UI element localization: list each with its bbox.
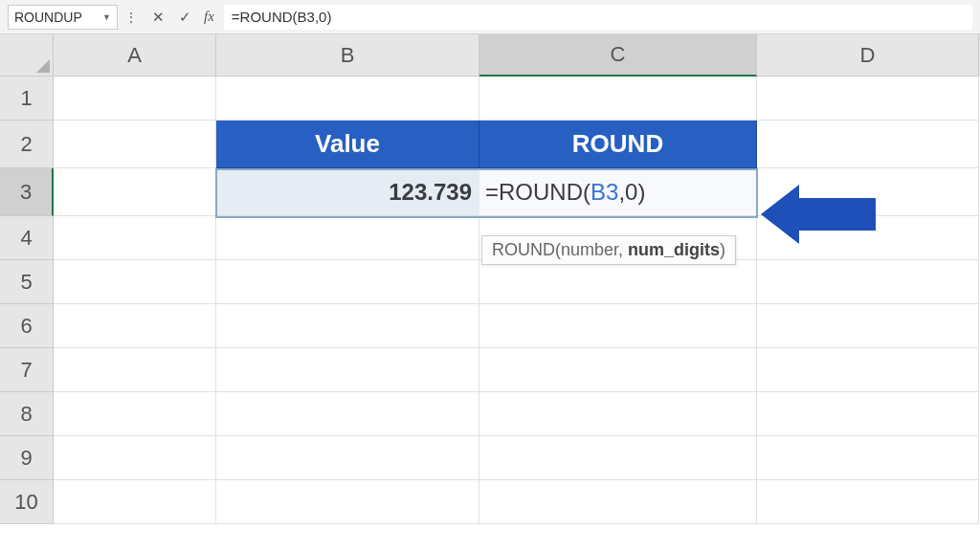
- cell-b4[interactable]: [216, 216, 479, 260]
- column-headers: A B C D: [0, 34, 980, 77]
- col-header-b[interactable]: B: [216, 34, 479, 77]
- row-9: 9: [0, 436, 980, 480]
- cell-a3[interactable]: [54, 168, 216, 216]
- col-header-a[interactable]: A: [54, 34, 216, 77]
- spreadsheet-grid: A B C D 1 2 Value ROUND 3 123.739 =ROUND…: [0, 34, 980, 524]
- row-5: 5: [0, 260, 980, 304]
- formula-tooltip: ROUND(number, num_digits): [481, 235, 736, 265]
- cell-c7[interactable]: [479, 348, 757, 392]
- cell-c10[interactable]: [479, 480, 757, 524]
- cell-c8[interactable]: [479, 392, 757, 436]
- cell-d2[interactable]: [757, 121, 979, 168]
- cell-d6[interactable]: [757, 304, 979, 348]
- row-header-8[interactable]: 8: [0, 392, 54, 436]
- formula-input[interactable]: =ROUND(B3,0): [224, 5, 972, 30]
- row-header-1[interactable]: 1: [0, 77, 54, 121]
- row-8: 8: [0, 392, 980, 436]
- cell-a4[interactable]: [54, 216, 216, 260]
- cell-a1[interactable]: [54, 77, 216, 121]
- row-header-9[interactable]: 9: [0, 436, 54, 480]
- cell-d5[interactable]: [757, 260, 979, 304]
- row-header-4[interactable]: 4: [0, 216, 54, 260]
- cell-c9[interactable]: [479, 436, 757, 480]
- cell-d1[interactable]: [757, 77, 979, 121]
- cell-d8[interactable]: [757, 392, 979, 436]
- row-header-3[interactable]: 3: [0, 168, 54, 216]
- name-box-expand[interactable]: ⋮: [118, 5, 145, 30]
- formula-cell-ref: B3: [590, 179, 618, 206]
- tooltip-arg2[interactable]: num_digits: [628, 240, 720, 259]
- cell-b6[interactable]: [216, 304, 479, 348]
- cell-c3[interactable]: =ROUND(B3,0): [479, 168, 757, 216]
- chevron-down-icon[interactable]: ▼: [102, 12, 111, 22]
- cell-d7[interactable]: [757, 348, 979, 392]
- formula-text-prefix: =ROUND(: [485, 179, 590, 206]
- row-2: 2 Value ROUND: [0, 121, 980, 168]
- cell-c6[interactable]: [479, 304, 757, 348]
- row-header-10[interactable]: 10: [0, 480, 54, 524]
- cell-b9[interactable]: [216, 436, 479, 480]
- cell-b5[interactable]: [216, 260, 479, 304]
- row-1: 1: [0, 77, 980, 121]
- select-all-corner[interactable]: [0, 34, 54, 77]
- cell-b1[interactable]: [216, 77, 479, 121]
- cell-a9[interactable]: [54, 436, 216, 480]
- cell-d10[interactable]: [757, 480, 979, 524]
- cell-b7[interactable]: [216, 348, 479, 392]
- row-header-6[interactable]: 6: [0, 304, 54, 348]
- cell-a8[interactable]: [54, 392, 216, 436]
- tooltip-func: ROUND: [492, 240, 555, 259]
- cell-b3[interactable]: 123.739: [216, 168, 479, 216]
- cell-a7[interactable]: [54, 348, 216, 392]
- cell-c5[interactable]: [479, 260, 757, 304]
- cancel-icon[interactable]: ✕: [145, 5, 171, 30]
- row-header-2[interactable]: 2: [0, 121, 54, 168]
- formula-bar: ROUNDUP ▼ ⋮ ✕ ✓ fx =ROUND(B3,0): [0, 0, 980, 34]
- cell-a5[interactable]: [54, 260, 216, 304]
- row-7: 7: [0, 348, 980, 392]
- row-6: 6: [0, 304, 980, 348]
- cell-c1[interactable]: [479, 77, 757, 121]
- name-box[interactable]: ROUNDUP ▼: [8, 5, 118, 30]
- row-header-7[interactable]: 7: [0, 348, 54, 392]
- cell-b10[interactable]: [216, 480, 479, 524]
- cell-a6[interactable]: [54, 304, 216, 348]
- formula-text-suffix: ,0): [618, 179, 645, 206]
- cell-a2[interactable]: [54, 121, 216, 168]
- tooltip-arg1[interactable]: number: [561, 240, 618, 259]
- fx-icon[interactable]: fx: [204, 9, 214, 25]
- cell-c2[interactable]: ROUND: [479, 121, 757, 168]
- name-box-value: ROUNDUP: [14, 10, 82, 25]
- cell-d9[interactable]: [757, 436, 979, 480]
- callout-arrow-icon: [794, 198, 876, 231]
- cell-b2[interactable]: Value: [216, 121, 479, 168]
- col-header-d[interactable]: D: [757, 34, 979, 77]
- enter-icon[interactable]: ✓: [171, 5, 198, 30]
- cell-b8[interactable]: [216, 392, 479, 436]
- cell-a10[interactable]: [54, 480, 216, 524]
- col-header-c[interactable]: C: [479, 34, 757, 77]
- row-header-5[interactable]: 5: [0, 260, 54, 304]
- row-10: 10: [0, 480, 980, 524]
